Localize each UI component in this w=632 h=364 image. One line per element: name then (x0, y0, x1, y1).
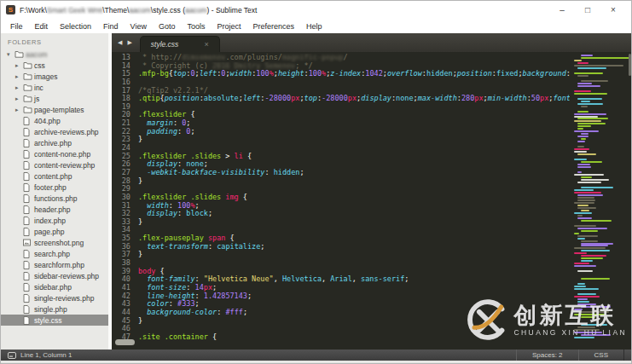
code-line-38[interactable]: 38 (112, 259, 570, 268)
sidebar-item-functions-php[interactable]: functions.php (1, 193, 112, 204)
minimap-line (581, 250, 610, 251)
sidebar-item-js[interactable]: ▸js (1, 93, 112, 104)
code-line-42[interactable]: 42 line-height: 1.42857143; (112, 292, 570, 301)
sidebar-item-screenshot-png[interactable]: screenshot.png (1, 237, 112, 248)
sidebar-item-inc[interactable]: ▸inc (1, 82, 112, 93)
status-indentation[interactable]: Spaces: 2 (516, 350, 578, 361)
code-line-40[interactable]: 40 font-family: "Helvetica Neue", Helvet… (112, 275, 570, 284)
code-line-35[interactable]: 35.flex-pauseplay span { (112, 234, 570, 243)
code-line-17[interactable]: 17/*qTip2 v2.2.1*/ (112, 87, 570, 95)
sidebar-item-sidebar-reviews-php[interactable]: sidebar-reviews.php (1, 270, 112, 281)
code-line-32[interactable]: 32 display: block; (112, 210, 570, 218)
item-label: single-reviews.php (34, 294, 94, 303)
sidebar-item-css[interactable]: ▸css (1, 60, 112, 71)
code-line-20[interactable]: 20.flexslider { (112, 111, 570, 119)
code-line-18[interactable]: 18.qtip{position:absolute;left:-28000px;… (112, 95, 570, 103)
code-line-25[interactable]: 25.flexslider .slides > li { (112, 153, 570, 161)
minimap-line (574, 151, 587, 153)
code-line-43[interactable]: 43 color: #333; (112, 300, 570, 309)
sidebar-item-sidebar-php[interactable]: sidebar.php (1, 281, 112, 292)
sidebar-item-content-review-php[interactable]: content-review.php (1, 159, 112, 170)
code-line-15[interactable]: 15.mfp-bg{top:0;left:0;width:100%;height… (112, 70, 570, 78)
minimize-button[interactable]: – (549, 5, 575, 14)
menu-item-file[interactable]: File (4, 22, 29, 31)
folders-header: FOLDERS (1, 33, 112, 49)
code-editor[interactable]: 13 * http://dimsemenov.com/plugins/magni… (112, 52, 631, 350)
code-line-30[interactable]: 30.flexslider .slides img { (112, 194, 570, 202)
code-line-22[interactable]: 22 padding: 0; (112, 128, 570, 136)
status-panel-icon[interactable] (8, 352, 16, 359)
tab-nav-right-icon[interactable]: ▶ (127, 39, 131, 46)
minimap-line (574, 329, 600, 331)
sidebar-item-archive-reviews-php[interactable]: archive-reviews.php (1, 126, 112, 137)
sidebar-item-header-php[interactable]: header.php (1, 204, 112, 215)
code-line-21[interactable]: 21 margin: 0; (112, 119, 570, 128)
code-line-23[interactable]: 23} (112, 136, 570, 144)
sidebar-item-single-reviews-php[interactable]: single-reviews.php (1, 292, 112, 303)
minimap-line (581, 161, 602, 163)
code-line-19[interactable]: 19 (112, 103, 570, 112)
menu-item-selection[interactable]: Selection (54, 22, 97, 31)
item-label: footer.php (34, 183, 67, 192)
item-label: search.php (34, 250, 70, 258)
code-line-24[interactable]: 24 (112, 144, 570, 153)
folder-icon (23, 61, 34, 69)
minimap-line (577, 298, 588, 300)
code-line-31[interactable]: 31 width: 100%; (112, 202, 570, 211)
status-syntax[interactable]: CSS (578, 350, 624, 361)
sidebar-item-single-php[interactable]: single.php (1, 303, 112, 315)
minimap-line (577, 235, 598, 237)
close-button[interactable]: × (600, 5, 626, 14)
sidebar-item-index-php[interactable]: index.php (1, 215, 112, 226)
code-line-47[interactable]: 47.site .container { (112, 333, 570, 342)
code-line-46[interactable]: 46 (112, 325, 570, 333)
code-line-41[interactable]: 41 font-size: 14px; (112, 284, 570, 292)
code-line-14[interactable]: 14 * Copyright (c) 2016 Dmitry Semenov; … (112, 62, 570, 71)
sidebar-item-search-php[interactable]: search.php (1, 248, 112, 259)
minimap-line (574, 72, 603, 74)
sidebar-item-404-php[interactable]: 404.php (1, 115, 112, 126)
code-line-16[interactable]: 16 (112, 78, 570, 87)
sidebar-item-images[interactable]: ▸images (1, 71, 112, 82)
code-line-39[interactable]: 39body { (112, 268, 570, 276)
code-line-28[interactable]: 28} (112, 177, 570, 186)
tab-nav-left-icon[interactable]: ◀ (118, 39, 122, 46)
code-line-27[interactable]: 27 -webkit-backface-visibility: hidden; (112, 169, 570, 177)
code-line-26[interactable]: 26 display: none; (112, 160, 570, 169)
sublime-app-icon: S (6, 5, 15, 14)
code-line-29[interactable]: 29 (112, 185, 570, 194)
menu-item-find[interactable]: Find (97, 22, 125, 31)
minimap-line (574, 247, 606, 249)
code-line-37[interactable]: 37} (112, 251, 570, 259)
menu-item-goto[interactable]: Goto (153, 22, 182, 31)
menu-item-tools[interactable]: Tools (181, 22, 211, 31)
minimap[interactable] (573, 52, 628, 350)
code-line-45[interactable]: 45} (112, 317, 570, 326)
code-line-36[interactable]: 36 text-transform: capitalize; (112, 243, 570, 251)
tab-style-css[interactable]: style.css × (140, 36, 220, 52)
tab-close-icon[interactable]: × (204, 40, 208, 49)
sidebar-item-page-templates[interactable]: ▸page-templates (1, 104, 112, 115)
sidebar-item-archive-php[interactable]: archive.php (1, 137, 112, 148)
menu-item-project[interactable]: Project (211, 22, 246, 31)
code-line-33[interactable]: 33} (112, 218, 570, 227)
maximize-button[interactable]: □ (575, 5, 600, 14)
sidebar-item-content-none-php[interactable]: content-none.php (1, 148, 112, 159)
vertical-scrollbar[interactable] (629, 54, 631, 76)
sidebar-root-folder[interactable]: ▾aacom (1, 49, 112, 60)
code-line-34[interactable]: 34 (112, 226, 570, 234)
code-line-13[interactable]: 13 * http://dimsemenov.com/plugins/magni… (112, 54, 570, 62)
code-line-44[interactable]: 44 background-color: #fff; (112, 309, 570, 317)
menu-item-view[interactable]: View (125, 22, 153, 31)
sidebar-item-page-php[interactable]: page.php (1, 226, 112, 237)
minimap-line (574, 212, 592, 214)
minimap-line (577, 207, 596, 209)
horizontal-scrollbar[interactable] (115, 339, 135, 345)
sidebar-item-style-css[interactable]: style.css (1, 315, 112, 326)
menu-item-help[interactable]: Help (300, 22, 328, 31)
menu-item-edit[interactable]: Edit (29, 22, 55, 31)
sidebar-item-content-php[interactable]: content.php (1, 170, 112, 182)
sidebar-item-searchform-php[interactable]: searchform.php (1, 259, 112, 270)
sidebar-item-footer-php[interactable]: footer.php (1, 182, 112, 193)
menu-item-preferences[interactable]: Preferences (246, 22, 300, 31)
